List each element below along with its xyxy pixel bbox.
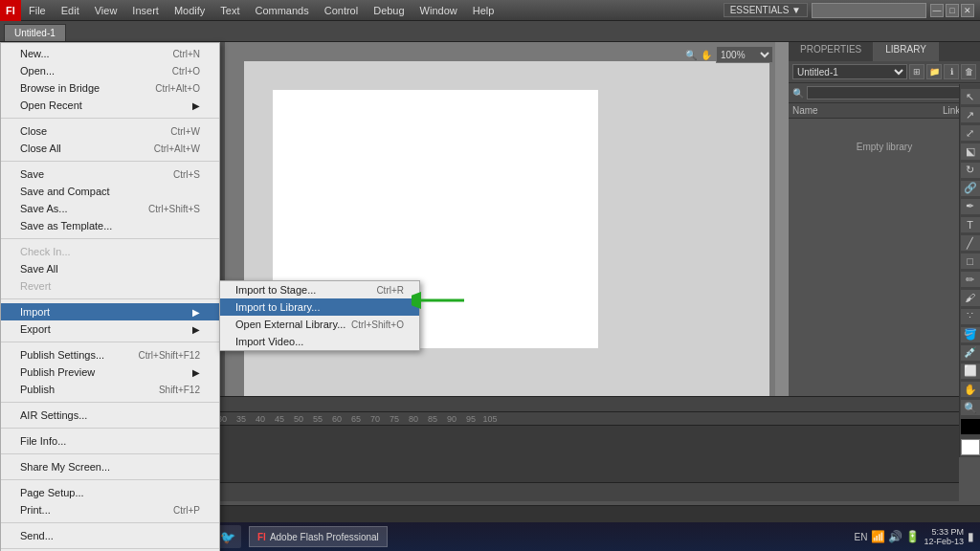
tool-pen[interactable]: ✒: [960, 198, 981, 215]
tool-subselect[interactable]: ↗: [960, 106, 981, 123]
tool-eyedropper[interactable]: 💉: [960, 344, 981, 362]
menu-control[interactable]: Control: [317, 0, 366, 20]
library-properties-button[interactable]: ℹ: [944, 64, 959, 79]
menu-save-all[interactable]: Save All: [1, 260, 219, 277]
menu-close-all[interactable]: Close All Ctrl+Alt+W: [1, 140, 219, 157]
language-indicator: EN: [855, 532, 868, 542]
fill-color[interactable]: [961, 439, 980, 455]
menu-print[interactable]: Print... Ctrl+P: [1, 501, 219, 518]
submenu-open-ext-library[interactable]: Open External Library... Ctrl+Shift+O: [220, 316, 419, 333]
file-menu-section-2: Close Ctrl+W Close All Ctrl+Alt+W: [1, 121, 219, 159]
menu-commands[interactable]: Commands: [247, 0, 316, 20]
menu-export[interactable]: Export ▶: [1, 320, 219, 338]
menu-publish[interactable]: Publish Shift+F12: [1, 381, 219, 398]
library-column-header: Name Linkage: [789, 103, 980, 119]
stroke-color[interactable]: [961, 419, 980, 434]
menu-window[interactable]: Window: [412, 0, 465, 20]
menu-page-setup[interactable]: Page Setup...: [1, 484, 219, 501]
tool-spray[interactable]: ∵: [960, 308, 981, 325]
separator-8: [1, 453, 219, 454]
tool-gradient[interactable]: ⬕: [960, 143, 981, 160]
library-document-select[interactable]: Untitled-1: [792, 64, 907, 79]
tool-text[interactable]: T: [960, 216, 981, 233]
library-toolbar: Untitled-1 ⊞ 📁 ℹ 🗑: [789, 61, 980, 83]
menu-publish-settings[interactable]: Publish Settings... Ctrl+Shift+F12: [1, 346, 219, 364]
tray-battery[interactable]: 🔋: [905, 530, 920, 543]
menu-save[interactable]: Save Ctrl+S: [1, 165, 219, 183]
tool-paint-bucket[interactable]: 🪣: [960, 326, 981, 343]
menu-open-recent[interactable]: Open Recent ▶: [1, 97, 219, 114]
tool-eraser[interactable]: ⬜: [960, 363, 981, 380]
tool-hand[interactable]: ✋: [960, 381, 981, 398]
menu-insert[interactable]: Insert: [124, 0, 167, 20]
library-delete-button[interactable]: 🗑: [961, 64, 976, 79]
menu-save-as[interactable]: Save As... Ctrl+Shift+S: [1, 200, 219, 217]
menu-view[interactable]: View: [87, 0, 125, 20]
tool-lasso[interactable]: 🔗: [960, 180, 981, 197]
library-tab[interactable]: LIBRARY: [874, 42, 939, 61]
menu-debug[interactable]: Debug: [366, 0, 412, 20]
menu-modify[interactable]: Modify: [167, 0, 212, 20]
menu-save-compact[interactable]: Save and Compact: [1, 183, 219, 200]
essentials-button[interactable]: ESSENTIALS ▼: [724, 3, 808, 17]
file-menu-section-5: Import ▶ Export ▶: [1, 301, 219, 340]
library-search-input[interactable]: [807, 86, 976, 99]
tool-select[interactable]: ↖: [960, 88, 981, 105]
minimize-button[interactable]: —: [930, 4, 944, 17]
zoom-icon: 🔍: [685, 50, 697, 60]
tool-brush[interactable]: 🖌: [960, 289, 981, 306]
close-button[interactable]: ✕: [961, 4, 974, 17]
menu-save-template[interactable]: Save as Template...: [1, 217, 219, 234]
tool-3d-rotate[interactable]: ↻: [960, 162, 981, 179]
submenu-import-stage[interactable]: Import to Stage... Ctrl+R: [220, 281, 419, 298]
menu-new[interactable]: New... Ctrl+N: [1, 45, 219, 62]
taskbar-running-apps: Fl Adobe Flash Professional: [245, 526, 849, 547]
library-new-folder-button[interactable]: 📁: [926, 64, 942, 79]
tab-bar: Untitled-1: [0, 21, 980, 42]
menu-share-screen[interactable]: Share My Screen...: [1, 458, 219, 475]
tool-line[interactable]: ╱: [960, 234, 981, 252]
menu-close[interactable]: Close Ctrl+W: [1, 122, 219, 140]
running-flash-label: Adobe Flash Professional: [270, 532, 379, 542]
maximize-button[interactable]: □: [946, 4, 959, 17]
show-desktop-button[interactable]: ▮: [968, 530, 974, 543]
menu-edit[interactable]: Edit: [54, 0, 87, 20]
search-icon: 🔍: [792, 88, 804, 99]
tool-rect[interactable]: □: [960, 253, 981, 270]
menu-browse-bridge[interactable]: Browse in Bridge Ctrl+Alt+O: [1, 79, 219, 97]
tool-zoom[interactable]: 🔍: [960, 399, 981, 416]
stage-scrollbar-vertical[interactable]: [775, 42, 789, 446]
separator-3: [1, 238, 219, 239]
library-search: 🔍: [789, 83, 980, 103]
file-menu-dropdown: New... Ctrl+N Open... Ctrl+O Browse in B…: [0, 42, 220, 551]
zoom-controls: 🔍 ✋ 100% 50% 200%: [685, 46, 773, 63]
properties-tab[interactable]: PROPERTIES: [789, 42, 874, 61]
separator-11: [1, 548, 219, 549]
search-input[interactable]: [812, 3, 926, 18]
tray-volume[interactable]: 🔊: [888, 530, 902, 543]
tool-pencil[interactable]: ✏: [960, 271, 981, 288]
separator-1: [1, 118, 219, 119]
clock-time: 5:33 PM: [931, 527, 964, 537]
clock[interactable]: 5:33 PM 12-Feb-13: [924, 527, 964, 546]
tool-free-transform[interactable]: ⤢: [960, 124, 981, 142]
submenu-import-library[interactable]: Import to Library...: [220, 298, 419, 316]
menu-import[interactable]: Import ▶: [1, 303, 219, 320]
menu-open[interactable]: Open... Ctrl+O: [1, 62, 219, 79]
menu-send[interactable]: Send...: [1, 527, 219, 544]
menu-text[interactable]: Text: [212, 0, 247, 20]
library-content: Empty library: [789, 119, 980, 175]
tray-network[interactable]: 📶: [871, 530, 885, 543]
running-flash[interactable]: Fl Adobe Flash Professional: [249, 526, 388, 547]
zoom-select[interactable]: 100% 50% 200%: [716, 46, 773, 63]
document-tab[interactable]: Untitled-1: [4, 24, 66, 41]
menu-air-settings[interactable]: AIR Settings...: [1, 407, 219, 424]
menu-revert: Revert: [1, 277, 219, 295]
library-new-symbol-button[interactable]: ⊞: [909, 64, 924, 79]
menu-file-info[interactable]: File Info...: [1, 432, 219, 450]
submenu-import-video[interactable]: Import Video...: [220, 333, 419, 350]
green-arrow-indicator: [412, 286, 469, 315]
menu-publish-preview[interactable]: Publish Preview ▶: [1, 364, 219, 381]
menu-help[interactable]: Help: [465, 0, 502, 20]
menu-file[interactable]: File: [21, 0, 54, 20]
